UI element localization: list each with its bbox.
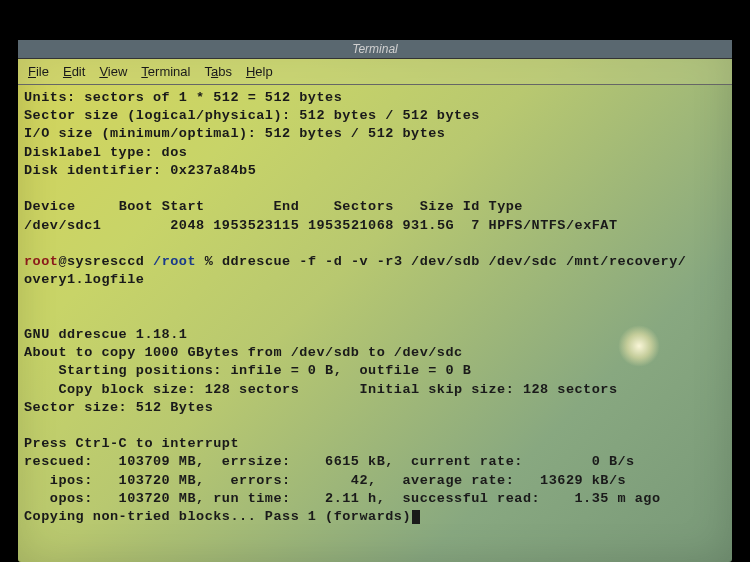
fdisk-row-type: HPFS/NTFS/exFAT (489, 218, 618, 233)
fdisk-header-device: Device (24, 199, 76, 214)
prompt-path: /root (153, 254, 196, 269)
ddrescue-startpos: Starting positions: infile = 0 B, outfil… (24, 363, 471, 378)
fdisk-row-size: 931.5G (403, 218, 455, 233)
ddrescue-version: GNU ddrescue 1.18.1 (24, 327, 187, 342)
ddrescue-stats-3: opos: 103720 MB, run time: 2.11 h, succe… (24, 491, 661, 506)
fdisk-header-sectors: Sectors (334, 199, 394, 214)
fdisk-header-id: Id (463, 199, 480, 214)
command-line-2: overy1.logfile (24, 272, 144, 287)
fdisk-row-start: 2048 (170, 218, 204, 233)
prompt-host: sysresccd (67, 254, 144, 269)
fdisk-sector-size: Sector size (logical/physical): 512 byte… (24, 108, 480, 123)
fdisk-row-end: 1953523115 (213, 218, 299, 233)
menu-terminal[interactable]: Terminal (135, 62, 196, 81)
fdisk-header-type: Type (489, 199, 523, 214)
window-titlebar[interactable]: Terminal (18, 40, 732, 59)
fdisk-header-size: Size (420, 199, 454, 214)
ddrescue-stats-1: rescued: 103709 MB, errsize: 6615 kB, cu… (24, 454, 635, 469)
fdisk-disk-id: Disk identifier: 0x237a84b5 (24, 163, 256, 178)
fdisk-io-size: I/O size (minimum/optimal): 512 bytes / … (24, 126, 445, 141)
ddrescue-copyblock: Copy block size: 128 sectors Initial ski… (24, 382, 618, 397)
fdisk-header-end: End (273, 199, 299, 214)
terminal-output[interactable]: Units: sectors of 1 * 512 = 512 bytes Se… (18, 85, 732, 562)
cursor-icon (412, 510, 420, 524)
menu-tabs[interactable]: Tabs (198, 62, 237, 81)
monitor-bezel: Terminal File Edit View Terminal Tabs He… (0, 0, 750, 562)
menubar: File Edit View Terminal Tabs Help (18, 59, 732, 85)
ddrescue-sectorsize: Sector size: 512 Bytes (24, 400, 213, 415)
menu-edit[interactable]: Edit (57, 62, 91, 81)
prompt-sep: % (196, 254, 222, 269)
ddrescue-about: About to copy 1000 GBytes from /dev/sdb … (24, 345, 463, 360)
fdisk-header-start: Start (162, 199, 205, 214)
window-title: Terminal (352, 42, 398, 56)
fdisk-units: Units: sectors of 1 * 512 = 512 bytes (24, 90, 342, 105)
menu-file[interactable]: File (22, 62, 55, 81)
menu-help[interactable]: Help (240, 62, 279, 81)
terminal-window: Terminal File Edit View Terminal Tabs He… (18, 40, 732, 562)
fdisk-disklabel: Disklabel type: dos (24, 145, 187, 160)
ddrescue-interrupt: Press Ctrl-C to interrupt (24, 436, 239, 451)
fdisk-header-boot: Boot (119, 199, 153, 214)
prompt-at: @ (58, 254, 67, 269)
fdisk-row-id: 7 (471, 218, 480, 233)
menu-view[interactable]: View (93, 62, 133, 81)
prompt-user: root (24, 254, 58, 269)
ddrescue-status: Copying non-tried blocks... Pass 1 (forw… (24, 509, 411, 524)
command-line: ddrescue -f -d -v -r3 /dev/sdb /dev/sdc … (222, 254, 686, 269)
ddrescue-stats-2: ipos: 103720 MB, errors: 42, average rat… (24, 473, 626, 488)
fdisk-row-sectors: 1953521068 (308, 218, 394, 233)
fdisk-row-device: /dev/sdc1 (24, 218, 101, 233)
